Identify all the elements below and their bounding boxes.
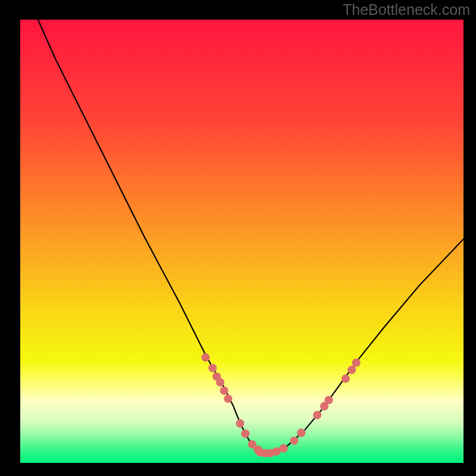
data-point xyxy=(224,394,232,403)
data-point xyxy=(201,353,209,362)
data-point xyxy=(313,411,321,419)
plot-area xyxy=(20,20,464,463)
data-point xyxy=(352,359,361,367)
data-point xyxy=(220,386,228,394)
data-point xyxy=(208,364,217,372)
data-point xyxy=(241,430,249,438)
data-point xyxy=(216,378,224,386)
chart-svg xyxy=(20,20,464,463)
data-point xyxy=(324,396,333,404)
data-point xyxy=(290,437,298,445)
data-point xyxy=(347,365,356,374)
data-point xyxy=(279,444,287,452)
chart-frame xyxy=(0,0,476,476)
chart-background xyxy=(20,20,464,463)
watermark-text: TheBottleneck.com xyxy=(343,0,476,18)
data-point xyxy=(342,374,350,383)
data-point xyxy=(236,419,244,428)
data-point xyxy=(297,428,305,437)
